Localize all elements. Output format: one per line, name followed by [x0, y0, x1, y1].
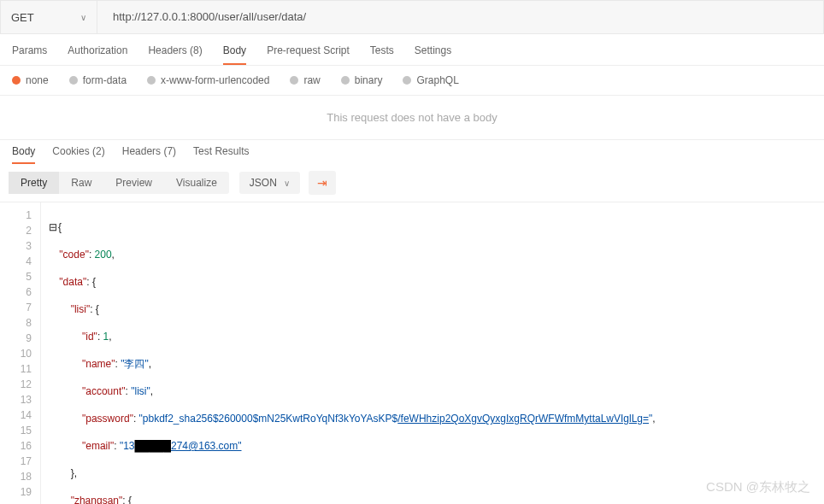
code-area[interactable]: ⊟{ "code": 200, "data": { "lisi": { "id"… [41, 202, 824, 504]
tab-authorization[interactable]: Authorization [68, 44, 127, 65]
radio-raw[interactable]: raw [290, 74, 320, 86]
radio-dot-icon [341, 76, 350, 85]
tab-headers[interactable]: Headers (8) [148, 44, 202, 65]
method-select[interactable]: GET ∨ [1, 11, 97, 24]
view-raw[interactable]: Raw [59, 172, 103, 194]
watermark: CSDN @东林牧之 [706, 479, 810, 495]
tab-settings[interactable]: Settings [415, 44, 451, 65]
tab-tests[interactable]: Tests [370, 44, 394, 65]
line-gutter: 12345678910111213141516171819 [0, 202, 41, 504]
radio-dot-icon [403, 76, 411, 85]
resp-tab-cookies[interactable]: Cookies (2) [52, 145, 104, 164]
no-body-message: This request does not have a body [0, 96, 824, 139]
view-mode-segment: Pretty Raw Preview Visualize [9, 172, 229, 194]
radio-binary[interactable]: binary [341, 74, 383, 86]
tab-prerequest[interactable]: Pre-request Script [267, 44, 350, 65]
radio-dot-icon [69, 76, 78, 85]
method-label: GET [11, 11, 34, 24]
chevron-down-icon: ∨ [80, 13, 86, 22]
radio-dot-icon [147, 76, 156, 85]
view-visualize[interactable]: Visualize [164, 172, 229, 194]
view-pretty[interactable]: Pretty [9, 172, 59, 194]
url-input[interactable]: http://127.0.0.1:8000/user/all/user/data… [97, 0, 823, 34]
response-editor: 12345678910111213141516171819 ⊟{ "code":… [0, 202, 824, 504]
response-tabs: Body Cookies (2) Headers (7) Test Result… [0, 139, 824, 164]
resp-tab-testresults[interactable]: Test Results [193, 145, 249, 164]
resp-tab-headers[interactable]: Headers (7) [122, 145, 176, 164]
response-view-bar: Pretty Raw Preview Visualize JSON ∨ ⇥ [0, 164, 824, 202]
view-preview[interactable]: Preview [103, 172, 164, 194]
tab-body[interactable]: Body [223, 44, 246, 65]
tab-params[interactable]: Params [12, 44, 47, 65]
radio-dot-icon [290, 76, 298, 85]
chevron-down-icon: ∨ [284, 179, 290, 188]
resp-tab-body[interactable]: Body [12, 145, 35, 164]
body-type-radios: none form-data x-www-form-urlencoded raw… [0, 66, 824, 96]
radio-graphql[interactable]: GraphQL [403, 74, 458, 86]
request-tabs: Params Authorization Headers (8) Body Pr… [0, 34, 824, 66]
radio-xwww[interactable]: x-www-form-urlencoded [147, 74, 269, 86]
format-select[interactable]: JSON ∨ [239, 172, 300, 194]
radio-none[interactable]: none [12, 74, 49, 86]
request-bar: GET ∨ http://127.0.0.1:8000/user/all/use… [0, 0, 824, 34]
radio-dot-icon [12, 76, 21, 85]
wrap-lines-button[interactable]: ⇥ [309, 171, 336, 195]
radio-formdata[interactable]: form-data [69, 74, 127, 86]
